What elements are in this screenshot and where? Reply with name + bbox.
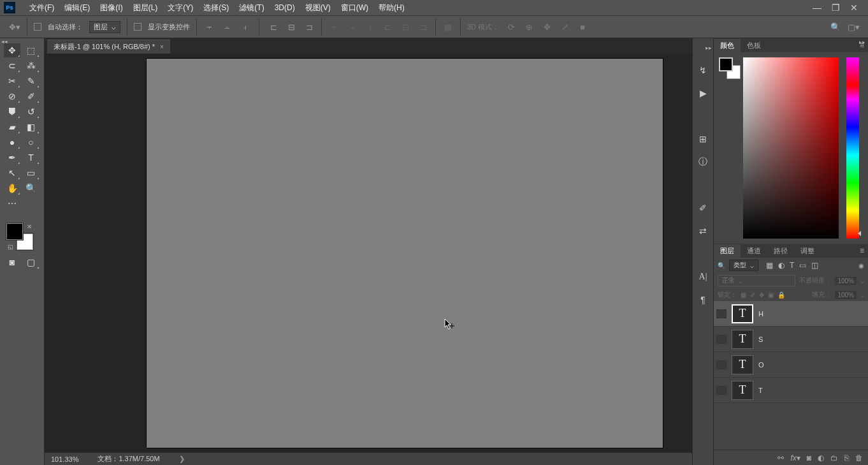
healing-tool[interactable]: ⊘ (4, 89, 20, 103)
auto-select-checkbox[interactable] (34, 23, 41, 31)
auto-select-target-dropdown[interactable]: 图层⌵ (89, 21, 120, 33)
swap-colors-icon[interactable]: ⤭ (27, 223, 32, 230)
distribute-top-icon[interactable]: ⫟ (328, 21, 340, 33)
blend-mode-dropdown[interactable]: 正常⌵ (718, 275, 795, 286)
3d-orbit-icon[interactable]: ⟳ (505, 21, 517, 33)
info-panel-icon[interactable]: ⓘ (697, 156, 709, 168)
document-tab[interactable]: 未标题-1 @ 101% (H, RGB/8#) * × (47, 40, 170, 54)
layer-row[interactable]: TO (714, 352, 868, 378)
paragraph-panel-icon[interactable]: ¶ (697, 293, 709, 306)
align-top-icon[interactable]: ⫟ (203, 21, 215, 33)
hue-slider[interactable] (846, 57, 859, 239)
align-bottom-icon[interactable]: ⫞ (239, 21, 250, 33)
lock-position-icon[interactable]: ✥ (759, 292, 764, 299)
color-field[interactable] (743, 57, 839, 239)
tab-layers[interactable]: 图层 (714, 244, 741, 258)
delete-layer-icon[interactable]: 🗑 (855, 454, 863, 462)
distribute-vcenter-icon[interactable]: ⫠ (346, 21, 358, 33)
filter-type-icon[interactable]: T (790, 261, 794, 270)
pen-tool[interactable]: ✒ (4, 151, 20, 165)
menu-view[interactable]: 视图(V) (300, 3, 336, 13)
dodge-tool[interactable]: ○ (23, 135, 40, 149)
menu-filter[interactable]: 滤镜(T) (234, 3, 269, 13)
default-colors-icon[interactable]: ◱ (8, 244, 13, 250)
history-brush-tool[interactable]: ↺ (23, 105, 40, 119)
tab-color[interactable]: 颜色 (714, 39, 741, 52)
new-layer-icon[interactable]: ⎘ (844, 454, 849, 462)
adjustments-panel-icon[interactable]: ⇄ (697, 225, 709, 237)
fill-value[interactable]: 100% (835, 291, 857, 299)
menu-edit[interactable]: 编辑(E) (59, 3, 95, 13)
move-tool[interactable]: ✥ (4, 43, 20, 57)
filter-adjust-icon[interactable]: ◐ (778, 261, 785, 270)
panel-menu-icon[interactable]: ≡ (856, 246, 868, 255)
3d-camera-icon[interactable]: ■ (577, 21, 588, 33)
layer-thumbnail[interactable]: T (732, 304, 753, 323)
brush-tool[interactable]: ✐ (23, 89, 40, 103)
status-more-icon[interactable]: ❯ (179, 455, 185, 463)
gradient-tool[interactable]: ◧ (23, 120, 40, 134)
filter-shape-icon[interactable]: ▭ (799, 261, 806, 270)
menu-3d[interactable]: 3D(D) (270, 3, 300, 12)
character-panel-icon[interactable]: A| (697, 270, 709, 283)
filter-search-icon[interactable]: 🔍 (718, 262, 725, 269)
filter-smart-icon[interactable]: ◫ (811, 261, 818, 270)
3d-pan-icon[interactable]: ✥ (541, 21, 553, 33)
canvas[interactable] (147, 59, 663, 448)
link-layers-icon[interactable]: ⚯ (778, 454, 784, 462)
path-select-tool[interactable]: ↖ (4, 166, 20, 180)
menu-file[interactable]: 文件(F) (24, 3, 59, 13)
layer-row[interactable]: TT (714, 378, 868, 403)
tab-swatches[interactable]: 色板 (741, 39, 767, 52)
layer-list[interactable]: THTSTOTT (714, 301, 868, 450)
layer-thumbnail[interactable]: T (732, 330, 753, 349)
brushes-panel-icon[interactable]: ✐ (697, 202, 709, 214)
layer-mask-icon[interactable]: ◙ (807, 454, 811, 462)
close-button[interactable]: ✕ (850, 3, 858, 13)
marquee-tool[interactable]: ⬚ (23, 43, 40, 57)
layer-name[interactable]: O (758, 361, 764, 369)
screenmode-tool[interactable]: ▢ (23, 255, 40, 269)
layer-group-icon[interactable]: 🗀 (830, 454, 838, 462)
layer-visibility-toggle[interactable] (716, 360, 727, 369)
lock-all-icon[interactable]: 🔒 (778, 292, 785, 299)
layer-name[interactable]: S (758, 336, 763, 343)
actions-panel-icon[interactable]: ▶ (697, 87, 709, 100)
menu-select[interactable]: 选择(S) (198, 3, 234, 13)
filter-toggle[interactable]: ◉ (858, 262, 864, 269)
menu-type[interactable]: 文字(Y) (163, 3, 198, 13)
auto-align-icon[interactable]: ▦ (442, 21, 454, 33)
minimize-button[interactable]: — (813, 3, 821, 13)
show-transform-checkbox[interactable] (134, 23, 141, 31)
blur-tool[interactable]: ● (4, 135, 20, 149)
menu-help[interactable]: 帮助(H) (373, 3, 410, 13)
3d-slide-icon[interactable]: ⤢ (559, 21, 570, 33)
edit-toolbar[interactable]: ⋯ (4, 196, 20, 210)
properties-panel-icon[interactable]: ⊞ (697, 133, 709, 145)
layer-fx-icon[interactable]: fx▾ (790, 454, 800, 462)
status-zoom[interactable]: 101.33% (51, 455, 78, 463)
layer-visibility-toggle[interactable] (716, 309, 727, 318)
filter-pixel-icon[interactable]: ▦ (766, 261, 773, 270)
search-icon[interactable]: 🔍 (830, 21, 841, 33)
eraser-tool[interactable]: ▰ (4, 120, 20, 134)
shape-tool[interactable]: ▭ (23, 166, 40, 180)
distribute-hcenter-icon[interactable]: ⊟ (400, 21, 411, 33)
align-left-icon[interactable]: ⊏ (268, 21, 279, 33)
layer-name[interactable]: T (758, 387, 763, 394)
layer-visibility-toggle[interactable] (716, 386, 727, 395)
color-swatches[interactable]: ⤭ ◱ (6, 223, 33, 250)
layer-visibility-toggle[interactable] (716, 335, 727, 344)
tab-adjustments[interactable]: 调整 (794, 244, 821, 258)
workspace-icon[interactable]: ▢▾ (848, 21, 859, 33)
distribute-bottom-icon[interactable]: ⫞ (364, 21, 375, 33)
close-icon[interactable]: × (160, 43, 164, 50)
status-doc-info[interactable]: 文档：1.37M/7.50M (98, 454, 159, 464)
magic-wand-tool[interactable]: ⁂ (23, 59, 40, 73)
align-vcenter-icon[interactable]: ⫠ (221, 21, 233, 33)
quickmask-tool[interactable]: ◙ (4, 255, 20, 269)
layer-thumbnail[interactable]: T (732, 355, 753, 374)
hand-tool[interactable]: ✋ (4, 181, 20, 195)
align-hcenter-icon[interactable]: ⊟ (286, 21, 297, 33)
stamp-tool[interactable]: ⛊ (4, 105, 20, 119)
